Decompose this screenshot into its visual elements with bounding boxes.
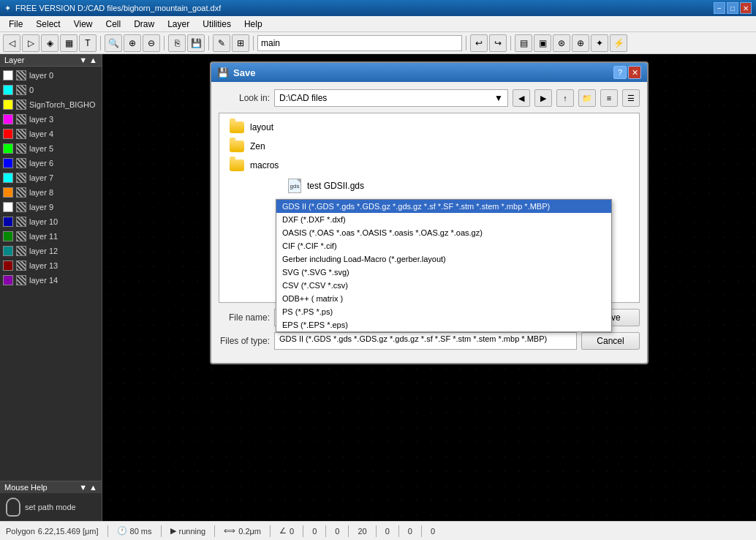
nav-forward[interactable]: ▶ (534, 89, 552, 107)
dropdown-option-9[interactable]: EPS (*.EPS *.eps) (276, 318, 611, 331)
layer-item-1[interactable]: 0 (0, 83, 102, 97)
toolbar-btn-1[interactable]: ◁ (3, 34, 20, 52)
menu-help[interactable]: Help (238, 18, 268, 31)
dropdown-option-6[interactable]: CSV (*.CSV *.csv) (276, 279, 611, 292)
status-bar: Polygon 6.22,15.469 [μm] 🕐 80 ms ▶ runni… (0, 521, 756, 540)
mouse-help-section: Mouse Help ▼ ▲ set path mode (0, 481, 102, 521)
file-item-gds[interactable]: gds test GDSII.gds (284, 176, 633, 195)
toolbar-btn-4[interactable]: ▦ (60, 34, 78, 52)
mouse-icon (6, 498, 20, 517)
nav-view-list[interactable]: ≡ (600, 89, 618, 107)
menu-utilities[interactable]: Utilities (197, 18, 237, 31)
dialog-help-button[interactable]: ? (613, 66, 627, 79)
layer-item-4[interactable]: layer 4 (0, 127, 102, 141)
status-v6: 0 (408, 527, 412, 536)
layer-item-2[interactable]: SignTorch_BIGHO (0, 97, 102, 112)
file-icon: gds (288, 179, 301, 193)
dropdown-option-2[interactable]: OASIS (*.OAS *.oas *.OASIS *.oasis *.OAS… (276, 226, 611, 239)
layer-item-0[interactable]: layer 0 (0, 68, 102, 83)
dialog-body: Look in: D:\CAD files ▼ ◀ ▶ ↑ 📁 ≡ ☰ (211, 82, 647, 363)
filetype-dropdown[interactable]: GDS II (*.GDS *.gds *.GDS.gz *.gds.gz *.… (274, 332, 577, 350)
dropdown-option-1[interactable]: DXF (*.DXF *.dxf) (276, 213, 611, 226)
folder-icon (230, 160, 244, 171)
toolbar-btn-15[interactable]: ⊛ (553, 34, 570, 52)
layer-item-14[interactable]: layer 14 (0, 273, 102, 288)
layer-item-3[interactable]: layer 3 (0, 112, 102, 127)
toolbar-btn-12[interactable]: ⊞ (232, 34, 249, 52)
layer-color-box (3, 246, 13, 256)
toolbar-btn-13[interactable]: ▤ (515, 34, 532, 52)
toolbar-btn-5[interactable]: T (79, 34, 97, 52)
layer-color-box (3, 114, 13, 124)
toolbar-undo[interactable]: ↩ (470, 34, 488, 52)
menu-cell[interactable]: Cell (100, 18, 127, 31)
layer-item-6[interactable]: layer 6 (0, 156, 102, 170)
nav-up[interactable]: ↑ (556, 89, 574, 107)
dropdown-option-4[interactable]: Gerber including Load-Macro (*.gerber.la… (276, 252, 611, 266)
toolbar-btn-8[interactable]: ⊖ (143, 34, 160, 52)
dialog-close-button[interactable]: ✕ (628, 66, 641, 79)
toolbar-btn-11[interactable]: ✎ (213, 34, 230, 52)
dialog-icon: 💾 (217, 67, 229, 78)
dropdown-option-7[interactable]: ODB++ ( matrix ) (276, 292, 611, 305)
toolbar-sep-6 (510, 36, 511, 50)
menu-select[interactable]: Select (30, 18, 66, 31)
menu-view[interactable]: View (68, 18, 99, 31)
layer-pattern-box (16, 246, 26, 256)
layer-item-10[interactable]: layer 10 (0, 214, 102, 229)
folder-item-macros[interactable]: macros (225, 157, 633, 173)
canvas-area[interactable]: 💾 Save ? ✕ Look in: D:\CAD files (102, 54, 756, 521)
nav-back[interactable]: ◀ (513, 89, 530, 107)
layer-pattern-box (16, 275, 26, 285)
dropdown-option-5[interactable]: SVG (*.SVG *.svg) (276, 266, 611, 279)
menu-layer[interactable]: Layer (162, 18, 195, 31)
main-cell-dropdown[interactable] (257, 35, 462, 51)
dropdown-option-0[interactable]: GDS II (*.GDS *.gds *.GDS.gz *.gds.gz *.… (276, 200, 611, 213)
dropdown-option-8[interactable]: PS (*.PS *.ps) (276, 305, 611, 318)
folder-item-layout[interactable]: layout (225, 119, 633, 135)
mouse-help-label: Mouse Help (4, 483, 48, 492)
layer-pattern-box (16, 85, 26, 95)
folder-name-macros: macros (250, 160, 279, 170)
toolbar-btn-6[interactable]: 🔍 (105, 34, 122, 52)
status-scale: 0.2μm (238, 527, 261, 536)
layer-name: layer 14 (29, 276, 58, 285)
cancel-button[interactable]: Cancel (581, 332, 640, 350)
toolbar-btn-10[interactable]: 💾 (187, 34, 205, 52)
toolbar-redo[interactable]: ↪ (489, 34, 507, 52)
layer-pattern-box (16, 143, 26, 154)
look-in-dropdown[interactable]: D:\CAD files ▼ (274, 89, 508, 107)
close-button[interactable]: ✕ (740, 2, 752, 14)
toolbar-btn-17[interactable]: ✦ (591, 34, 608, 52)
toolbar-btn-9[interactable]: ⎘ (168, 34, 186, 52)
toolbar-btn-14[interactable]: ▣ (534, 34, 551, 52)
layer-name: SignTorch_BIGHO (29, 100, 95, 109)
toolbar-btn-16[interactable]: ⊕ (572, 34, 589, 52)
layer-item-5[interactable]: layer 5 (0, 141, 102, 156)
status-sep-2 (161, 525, 162, 537)
folder-item-zen[interactable]: Zen (225, 138, 633, 154)
menu-draw[interactable]: Draw (128, 18, 160, 31)
save-dialog: 💾 Save ? ✕ Look in: D:\CAD files (210, 61, 649, 364)
layer-color-box (3, 100, 13, 110)
minimize-button[interactable]: − (714, 2, 725, 14)
layer-item-12[interactable]: layer 12 (0, 244, 102, 258)
toolbar-btn-18[interactable]: ⚡ (610, 34, 627, 52)
filetype-dropdown-list[interactable]: GDS II (*.GDS *.gds *.GDS.gz *.gds.gz *.… (276, 199, 612, 332)
nav-view-detail[interactable]: ☰ (622, 89, 640, 107)
layer-item-11[interactable]: layer 11 (0, 229, 102, 244)
nav-new-folder[interactable]: 📁 (578, 89, 596, 107)
toolbar-btn-3[interactable]: ◈ (41, 34, 58, 52)
dropdown-option-3[interactable]: CIF (*.CIF *.cif) (276, 239, 611, 252)
layer-item-9[interactable]: layer 9 (0, 200, 102, 214)
layer-name: layer 6 (29, 159, 53, 168)
toolbar-btn-2[interactable]: ▷ (22, 34, 39, 52)
layer-item-8[interactable]: layer 8 (0, 185, 102, 200)
toolbar-btn-7[interactable]: ⊕ (124, 34, 141, 52)
layer-color-box (3, 129, 13, 139)
layer-pattern-box (16, 187, 26, 198)
layer-item-13[interactable]: layer 13 (0, 258, 102, 273)
maximize-button[interactable]: □ (727, 2, 738, 14)
layer-item-7[interactable]: layer 7 (0, 170, 102, 185)
menu-file[interactable]: File (3, 18, 29, 31)
